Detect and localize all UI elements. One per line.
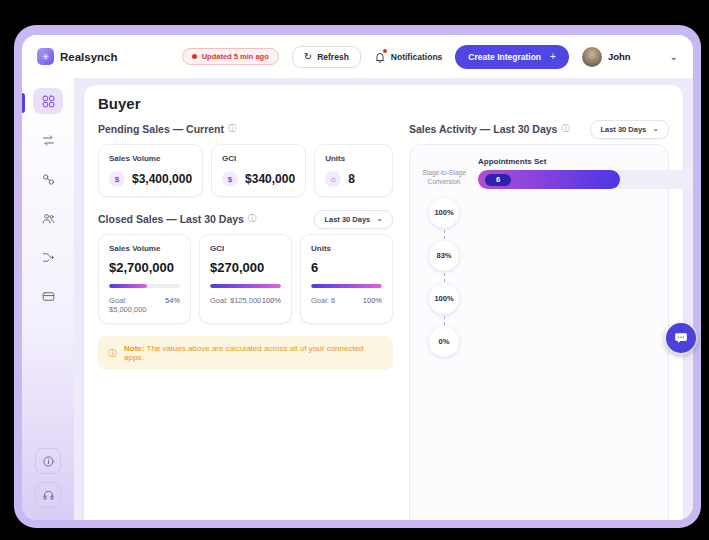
progress-fill xyxy=(311,284,382,288)
sidebar-item-workflows[interactable] xyxy=(33,244,63,270)
swap-arrows-icon xyxy=(41,133,56,148)
realsynch-logo-icon: ✳ xyxy=(37,48,54,65)
bell-icon xyxy=(374,50,386,63)
dollar-coin-icon: $ xyxy=(109,171,125,187)
conversion-rail: Stage-to-Stage Conversion 100% 83% 100% xyxy=(414,157,474,520)
user-menu-chevron-icon[interactable]: ⌄ xyxy=(670,51,678,62)
updated-badge: Updated 5 min ago xyxy=(182,48,279,65)
notifications-button[interactable]: Notifications xyxy=(374,50,442,63)
dashboard-icon xyxy=(41,94,56,109)
headphones-icon xyxy=(42,489,55,502)
info-icon[interactable]: ⓘ xyxy=(228,125,236,133)
metric-card-units: Units ⌂ 8 xyxy=(314,144,393,197)
sidebar-item-billing[interactable] xyxy=(33,283,63,309)
top-bar: ✳ Realsynch Updated 5 min ago ↻ Refresh xyxy=(22,35,693,78)
sidebar-item-integrations[interactable] xyxy=(33,127,63,153)
goal-card-units: Units 6 Goal: 6 100% xyxy=(300,234,393,324)
buyer-title: Buyer xyxy=(98,95,669,112)
user-menu[interactable]: John xyxy=(582,47,631,67)
support-button[interactable] xyxy=(35,482,61,508)
closed-sales-cards: Sales Volume $2,700,000 Goal: $5,000,000… xyxy=(98,234,393,324)
conversion-value: 100% xyxy=(429,284,459,314)
notification-dot-icon xyxy=(383,49,387,53)
active-indicator xyxy=(22,93,25,113)
sales-activity-filter[interactable]: Last 30 Days ⌄ xyxy=(590,120,669,139)
info-button[interactable] xyxy=(35,448,61,474)
buyer-panel: Buyer Pending Sales — Current ⓘ xyxy=(84,85,683,520)
conversion-value: 83% xyxy=(429,241,459,271)
plus-icon: + xyxy=(550,52,556,62)
info-icon[interactable]: ⓘ xyxy=(561,125,569,133)
closed-sales-title: Closed Sales — Last 30 Days xyxy=(98,213,244,225)
progress-track xyxy=(311,284,382,288)
sidebar-item-connections[interactable] xyxy=(33,166,63,192)
avatar xyxy=(582,47,602,67)
pending-sales-cards: Sales Volume $ $3,400,000 GCI xyxy=(98,144,393,197)
stage-appointments-set: Appointments Set Goal: 30 6 xyxy=(478,157,693,520)
info-icon[interactable]: ⓘ xyxy=(248,215,256,223)
conversion-value: 0% xyxy=(429,327,459,357)
info-icon xyxy=(42,455,55,468)
progress-fill xyxy=(109,284,147,288)
sales-activity-title: Sales Activity — Last 30 Days xyxy=(409,123,557,135)
metric-card-gci: GCI $ $340,000 xyxy=(211,144,306,197)
brand: ✳ Realsynch xyxy=(37,48,118,65)
wallet-icon xyxy=(41,289,56,304)
window-frame: ✳ Realsynch Updated 5 min ago ↻ Refresh xyxy=(14,25,701,528)
conversion-label: Stage-to-Stage Conversion xyxy=(422,169,466,187)
chat-bubble-icon xyxy=(674,331,688,345)
progress-fill xyxy=(210,284,281,288)
count-badge: 6 xyxy=(485,174,511,186)
note-text: Note: The values above are calculated ac… xyxy=(124,344,383,362)
sales-activity-card: Stage-to-Stage Conversion 100% 83% 100% xyxy=(409,144,669,520)
refresh-icon: ↻ xyxy=(304,52,312,62)
funnel-bars: Appointments Set Goal: 30 6 xyxy=(478,157,658,520)
main-content: Buyer Pending Sales — Current ⓘ xyxy=(74,78,693,520)
sidebar xyxy=(22,78,74,520)
goal-card-gci: GCI $270,000 Goal: $125,000 100% xyxy=(199,234,292,324)
link-icon xyxy=(41,172,56,187)
status-dot-icon xyxy=(192,54,197,59)
refresh-button[interactable]: ↻ Refresh xyxy=(292,46,361,68)
sidebar-bottom xyxy=(35,448,61,508)
chevron-down-icon: ⌄ xyxy=(652,127,659,132)
updated-text: Updated 5 min ago xyxy=(202,52,269,61)
dashed-connector xyxy=(444,316,445,325)
chat-widget-button[interactable] xyxy=(666,323,696,353)
app-name: Realsynch xyxy=(60,51,118,63)
sidebar-item-users[interactable] xyxy=(33,205,63,231)
goal-card-sales-volume: Sales Volume $2,700,000 Goal: $5,000,000… xyxy=(98,234,191,324)
pending-sales-title: Pending Sales — Current xyxy=(98,123,224,135)
closed-sales-filter[interactable]: Last 30 Days ⌄ xyxy=(314,210,393,229)
dashed-connector xyxy=(444,273,445,282)
chevron-down-icon: ⌄ xyxy=(376,217,383,222)
progress-track xyxy=(109,284,180,288)
progress-track xyxy=(210,284,281,288)
conversion-value: 100% xyxy=(429,198,459,228)
alert-info-icon: ⓘ xyxy=(108,349,117,358)
sidebar-item-dashboard[interactable] xyxy=(33,88,63,114)
house-icon: ⌂ xyxy=(325,171,341,187)
create-integration-button[interactable]: Create Integration + xyxy=(455,45,569,69)
note-banner: ⓘ Note: The values above are calculated … xyxy=(98,336,393,370)
bar-track: 6 xyxy=(478,170,693,189)
branch-icon xyxy=(41,250,56,265)
metric-card-sales-volume: Sales Volume $ $3,400,000 xyxy=(98,144,203,197)
dollar-coin-icon: $ xyxy=(222,171,238,187)
dashed-connector xyxy=(444,230,445,239)
screen-background: ✳ Realsynch Updated 5 min ago ↻ Refresh xyxy=(0,0,709,540)
users-icon xyxy=(41,211,56,226)
app-window: ✳ Realsynch Updated 5 min ago ↻ Refresh xyxy=(22,35,693,520)
